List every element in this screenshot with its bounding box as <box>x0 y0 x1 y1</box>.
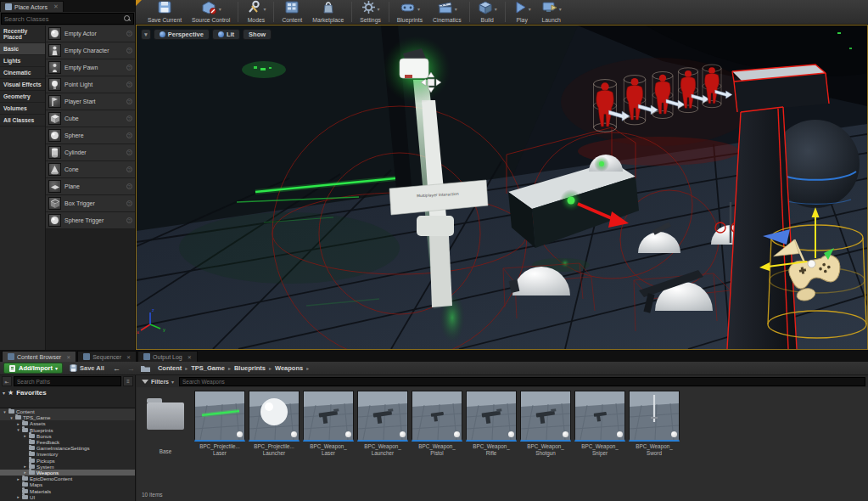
place-item-plane[interactable]: Plane? <box>46 178 135 195</box>
toolbar-button-launch[interactable]: ▾Launch <box>536 1 567 24</box>
drag-handle-icon[interactable]: ? <box>126 149 132 155</box>
tree-item-assets[interactable]: ▸Assets <box>0 420 135 426</box>
tree-item-system[interactable]: ▸System <box>0 464 135 470</box>
breadcrumb-blueprints[interactable]: Blueprints <box>234 364 266 372</box>
asset-bpc-projectile-laser[interactable]: BPC_Projectile...Laser <box>194 391 245 457</box>
expander-icon[interactable]: ▾ <box>3 409 7 414</box>
asset-bpc-weapon-launcher[interactable]: BPC_Weapon_Launcher <box>357 391 408 457</box>
category-lights[interactable]: Lights <box>0 55 45 67</box>
search-paths-input[interactable] <box>14 376 121 386</box>
category-recently-placed[interactable]: Recently Placed <box>0 25 45 43</box>
category-all-classes[interactable]: All Classes <box>0 115 45 127</box>
asset-bpc-weapon-sniper[interactable]: BPC_Weapon_Sniper <box>574 391 625 457</box>
toolbar-button-modes[interactable]: ▾Modes <box>241 1 271 24</box>
category-geometry[interactable]: Geometry <box>0 91 45 103</box>
place-item-box-trigger[interactable]: Box Trigger? <box>46 195 135 212</box>
tab-content-browser[interactable]: Content Browser✕ <box>2 351 76 362</box>
category-volumes[interactable]: Volumes <box>0 103 45 115</box>
save-all-button[interactable]: Save All <box>66 364 108 372</box>
drag-handle-icon[interactable]: ? <box>126 99 132 104</box>
drag-handle-icon[interactable]: ? <box>126 115 132 121</box>
asset-base[interactable]: Base <box>140 391 191 457</box>
expander-icon[interactable]: ▸ <box>23 464 27 469</box>
toolbar-button-blueprints[interactable]: ▾Blueprints <box>392 1 428 24</box>
dropdown-caret-icon[interactable]: ▾ <box>378 6 380 12</box>
tab-place-actors[interactable]: Place Actors ✕ <box>0 1 64 12</box>
asset-bpc-projectile-launcher[interactable]: BPC_Projectile...Launcher <box>249 391 300 457</box>
place-item-cone[interactable]: Cone? <box>46 161 135 178</box>
place-item-sphere[interactable]: Sphere? <box>46 127 135 144</box>
place-item-point-light[interactable]: Point Light? <box>46 76 135 93</box>
search-classes-input[interactable] <box>4 15 124 23</box>
dropdown-caret-icon[interactable]: ▾ <box>559 6 562 12</box>
back-button[interactable]: ← <box>111 364 122 373</box>
tab-sequencer[interactable]: Sequencer✕ <box>77 351 137 362</box>
lit-mode-button[interactable]: Lit <box>212 29 240 40</box>
asset-bpc-weapon-sword[interactable]: BPC_Weapon_Sword <box>629 391 680 457</box>
view-options-icon[interactable]: ≡ <box>123 376 133 386</box>
dropdown-caret-icon[interactable]: ▾ <box>495 6 497 12</box>
drag-handle-icon[interactable]: ? <box>126 166 132 172</box>
sources-toggle-icon[interactable]: ⇤ <box>2 376 12 386</box>
tree-item-gameinstancesettings[interactable]: GameInstanceSettings <box>0 445 135 451</box>
tree-item-maps[interactable]: Maps <box>0 481 135 487</box>
close-icon[interactable]: ✕ <box>53 3 59 10</box>
search-assets-input[interactable] <box>179 377 865 386</box>
asset-bpc-weapon-shotgun[interactable]: BPC_Weapon_Shotgun <box>520 391 571 457</box>
toolbar-button-marketplace[interactable]: Marketplace <box>307 1 349 24</box>
place-item-empty-actor[interactable]: Empty Actor? <box>46 25 135 42</box>
tree-item-blueprints[interactable]: ▾Blueprints <box>0 427 135 433</box>
drag-handle-icon[interactable]: ? <box>126 48 132 53</box>
tree-item-materials[interactable]: Materials <box>0 487 135 493</box>
expander-icon[interactable]: ▸ <box>23 470 27 475</box>
tree-item-bonus[interactable]: ▸Bonus <box>0 433 135 439</box>
place-item-sphere-trigger[interactable]: Sphere Trigger? <box>46 212 135 229</box>
drag-handle-icon[interactable]: ? <box>126 217 132 223</box>
toolbar-button-save-current[interactable]: Save Current <box>143 1 187 24</box>
drag-handle-icon[interactable]: ? <box>126 132 132 138</box>
close-icon[interactable]: ✕ <box>188 354 192 360</box>
asset-bpc-weapon-laser[interactable]: BPC_Weapon_Laser <box>303 391 354 457</box>
category-basic[interactable]: Basic <box>0 43 45 55</box>
toolbar-button-settings[interactable]: ▾Settings <box>355 1 386 24</box>
dropdown-caret-icon[interactable]: ▾ <box>417 6 420 12</box>
dropdown-caret-icon[interactable]: ▾ <box>529 6 531 12</box>
breadcrumb-tps-game[interactable]: TPS_Game <box>191 364 225 372</box>
asset-bpc-weapon-pistol[interactable]: BPC_Weapon_Pistol <box>412 391 462 457</box>
close-icon[interactable]: ✕ <box>126 354 131 360</box>
tree-item-weapons[interactable]: ▸Weapons <box>0 470 135 476</box>
place-item-cylinder[interactable]: Cylinder? <box>46 144 135 161</box>
place-item-empty-character[interactable]: Empty Character? <box>46 42 135 59</box>
tree-item-tps-game[interactable]: ▾TPS_Game <box>0 414 135 420</box>
favorites-section[interactable]: ▾ ★ Favorites <box>0 387 135 398</box>
toolbar-button-cinematics[interactable]: ▾Cinematics <box>428 1 467 24</box>
forward-button[interactable]: → <box>126 364 137 373</box>
breadcrumb-content[interactable]: Content <box>158 364 182 372</box>
breadcrumb-weapons[interactable]: Weapons <box>275 364 303 372</box>
dropdown-caret-icon[interactable]: ▾ <box>455 6 457 12</box>
category-visual-effects[interactable]: Visual Effects <box>0 79 45 91</box>
selected-light-actor[interactable] <box>383 36 451 104</box>
expander-icon[interactable]: ▾ <box>3 390 5 396</box>
toolbar-button-play[interactable]: ▾Play <box>508 1 536 24</box>
tree-item-content[interactable]: ▾Content <box>0 408 135 414</box>
expander-icon[interactable]: ▸ <box>16 494 20 499</box>
perspective-button[interactable]: Perspective <box>154 29 210 40</box>
dropdown-caret-icon[interactable]: ▾ <box>263 6 266 12</box>
place-item-cube[interactable]: Cube? <box>46 110 135 127</box>
expander-icon[interactable]: ▸ <box>16 421 20 426</box>
filters-button[interactable]: Filters ▾ <box>139 379 176 385</box>
asset-bpc-weapon-rifle[interactable]: BPC_Weapon_Rifle <box>466 391 517 457</box>
close-icon[interactable]: ✕ <box>66 354 70 360</box>
show-button[interactable]: Show <box>243 29 272 40</box>
drag-handle-icon[interactable]: ? <box>126 65 132 70</box>
place-item-player-start[interactable]: Player Start? <box>46 93 135 110</box>
add-import-button[interactable]: Add/Import ▾ <box>3 363 63 374</box>
tree-item-inventory[interactable]: Inventory <box>0 451 135 457</box>
expander-icon[interactable]: ▾ <box>16 427 20 432</box>
toolbar-button-build[interactable]: ▾Build <box>473 1 502 24</box>
dropdown-caret-icon[interactable]: ▾ <box>219 6 221 12</box>
tab-output-log[interactable]: Output Log✕ <box>137 351 198 362</box>
drag-handle-icon[interactable]: ? <box>126 200 132 206</box>
tree-item-epicdemocontent[interactable]: ▸EpicDemoContent <box>0 476 135 481</box>
